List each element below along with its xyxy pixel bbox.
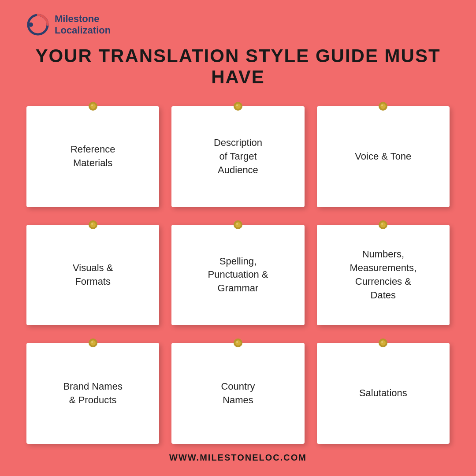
card-wrapper-brand-names-products: Brand Names & Products [26, 338, 159, 444]
pin-icon [378, 219, 388, 230]
svg-point-28 [381, 341, 383, 343]
header: Milestone Localization [26, 13, 450, 37]
svg-point-13 [91, 223, 93, 225]
pin-icon [88, 101, 98, 112]
card-voice-tone: Voice & Tone [317, 106, 450, 207]
card-wrapper-salutations: Salutations [317, 338, 450, 444]
pin-icon [378, 338, 388, 348]
svg-point-21 [90, 340, 96, 346]
card-text-salutations: Salutations [359, 387, 407, 400]
logo-text: Milestone Localization [55, 13, 111, 37]
footer-url: WWW.MILESTONELOC.COM [169, 453, 307, 463]
logo-container: Milestone Localization [26, 13, 111, 37]
svg-point-24 [235, 340, 241, 346]
svg-point-18 [380, 222, 386, 227]
card-text-visuals-formats: Visuals & Formats [73, 261, 113, 289]
svg-point-16 [236, 223, 238, 225]
svg-point-15 [235, 222, 241, 227]
card-wrapper-reference-materials: Reference Materials [26, 101, 159, 207]
pin-icon [233, 338, 243, 348]
card-text-reference-materials: Reference Materials [71, 143, 115, 170]
svg-point-9 [380, 104, 386, 109]
card-text-country-names: Country Names [221, 380, 255, 407]
card-salutations: Salutations [317, 343, 450, 444]
svg-point-27 [380, 340, 386, 346]
card-spelling-punctuation-grammar: Spelling, Punctuation & Grammar [171, 225, 304, 326]
card-brand-names-products: Brand Names & Products [26, 343, 159, 444]
page-container: Milestone Localization YOUR TRANSLATION … [0, 0, 476, 476]
card-reference-materials: Reference Materials [26, 106, 159, 207]
card-description-target-audience: Description of Target Audience [171, 106, 304, 207]
svg-point-19 [381, 223, 383, 225]
pin-icon [233, 219, 243, 230]
pin-icon [88, 219, 98, 230]
card-country-names: Country Names [171, 343, 304, 444]
card-text-spelling-punctuation-grammar: Spelling, Punctuation & Grammar [208, 255, 268, 295]
card-wrapper-voice-tone: Voice & Tone [317, 101, 450, 207]
pin-icon [378, 101, 388, 112]
card-text-voice-tone: Voice & Tone [355, 150, 411, 164]
cards-grid: Reference Materials Description of Targe… [26, 101, 450, 444]
card-wrapper-spelling-punctuation-grammar: Spelling, Punctuation & Grammar [171, 219, 304, 326]
main-title: YOUR TRANSLATION STYLE GUIDE MUST HAVE [26, 45, 450, 88]
pin-icon [233, 101, 243, 112]
card-visuals-formats: Visuals & Formats [26, 225, 159, 326]
svg-point-7 [236, 104, 238, 106]
card-wrapper-visuals-formats: Visuals & Formats [26, 219, 159, 326]
card-numbers-measurements: Numbers, Measurements, Currencies & Date… [317, 225, 450, 326]
svg-point-22 [91, 341, 93, 343]
logo-line2: Localization [55, 25, 111, 36]
svg-point-1 [29, 22, 33, 27]
card-text-brand-names-products: Brand Names & Products [63, 380, 123, 407]
svg-point-4 [91, 104, 93, 106]
logo-line1: Milestone [55, 13, 111, 25]
svg-point-25 [236, 341, 238, 343]
card-text-numbers-measurements: Numbers, Measurements, Currencies & Date… [350, 248, 417, 302]
card-wrapper-country-names: Country Names [171, 338, 304, 444]
card-text-description-target-audience: Description of Target Audience [214, 136, 262, 177]
logo-icon [26, 13, 49, 36]
svg-point-12 [90, 222, 96, 227]
pin-icon [88, 338, 98, 348]
svg-point-10 [381, 104, 383, 106]
card-wrapper-numbers-measurements: Numbers, Measurements, Currencies & Date… [317, 219, 450, 326]
svg-point-3 [90, 104, 96, 109]
card-wrapper-description-target-audience: Description of Target Audience [171, 101, 304, 207]
svg-point-6 [235, 104, 241, 109]
